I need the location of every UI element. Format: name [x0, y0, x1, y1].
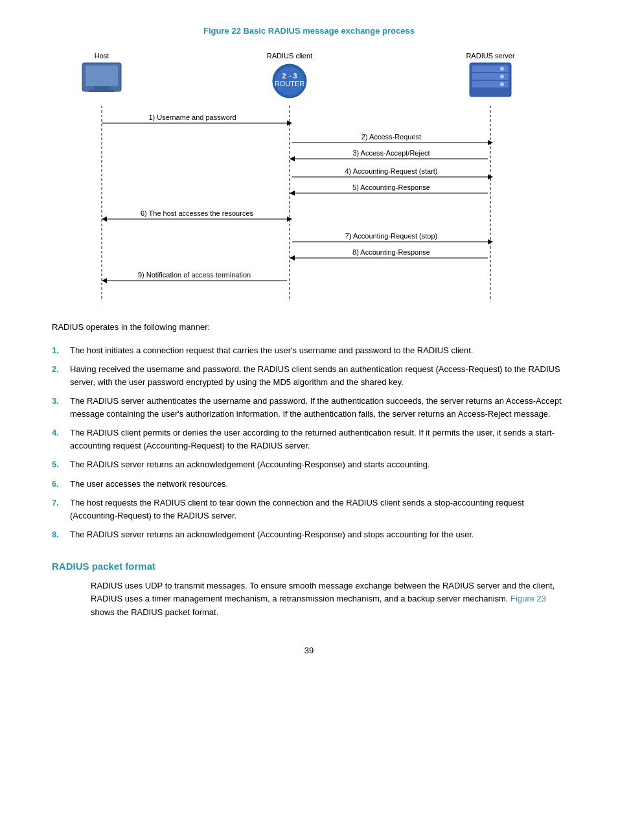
steps-list: 1. The host initiates a connection reque… — [52, 344, 566, 541]
svg-text:RADIUS server: RADIUS server — [466, 52, 515, 60]
svg-rect-6 — [89, 89, 115, 92]
section-body: RADIUS uses UDP to transmit messages. To… — [91, 581, 555, 604]
list-item: 5. The RADIUS server returns an acknowle… — [52, 458, 566, 471]
svg-point-17 — [500, 82, 504, 86]
step-number: 3. — [52, 395, 70, 420]
svg-text:1) Username and password: 1) Username and password — [148, 113, 236, 121]
step-text: The RADIUS server returns an acknowledge… — [70, 458, 566, 471]
svg-point-16 — [500, 75, 504, 78]
list-item: 1. The host initiates a connection reque… — [52, 344, 566, 357]
page-number: 39 — [52, 646, 566, 655]
svg-text:3) Access-Accept/Reject: 3) Access-Accept/Reject — [352, 149, 429, 157]
step-number: 1. — [52, 344, 70, 357]
svg-marker-37 — [102, 216, 107, 222]
step-number: 8. — [52, 528, 70, 541]
svg-marker-47 — [102, 278, 107, 283]
list-item: 3. The RADIUS server authenticates the u… — [52, 395, 566, 420]
step-text: The host requests the RADIUS client to t… — [70, 496, 566, 522]
svg-text:Host: Host — [95, 52, 109, 60]
list-item: 8. The RADIUS server returns an acknowle… — [52, 528, 566, 541]
svg-marker-34 — [290, 191, 295, 196]
svg-text:5) Accounting-Response: 5) Accounting-Response — [352, 183, 430, 191]
svg-rect-4 — [86, 65, 118, 86]
step-number: 6. — [52, 478, 70, 491]
step-text: The RADIUS server returns an acknowledge… — [70, 528, 566, 541]
step-text: Having received the username and passwor… — [70, 363, 566, 388]
section-link[interactable]: Figure 23 — [510, 594, 546, 603]
step-text: The host initiates a connection request … — [70, 344, 566, 357]
svg-point-15 — [500, 67, 504, 71]
intro-text: RADIUS operates in the following manner: — [52, 321, 566, 334]
section-suffix: shows the RADIUS packet format. — [91, 607, 218, 617]
figure-title: Figure 22 Basic RADIUS message exchange … — [52, 26, 566, 36]
section-text: RADIUS uses UDP to transmit messages. To… — [91, 579, 566, 620]
svg-rect-5 — [94, 86, 109, 89]
step-text: The user accesses the network resources. — [70, 478, 566, 491]
svg-marker-44 — [290, 255, 295, 261]
svg-text:9) Notification of access term: 9) Notification of access termination — [138, 271, 251, 279]
list-item: 4. The RADIUS client permits or denies t… — [52, 426, 566, 452]
step-number: 7. — [52, 496, 70, 522]
svg-text:4) Accounting-Request (start): 4) Accounting-Request (start) — [345, 167, 437, 175]
step-text: The RADIUS server authenticates the user… — [70, 395, 566, 420]
list-item: 2. Having received the username and pass… — [52, 363, 566, 388]
svg-text:6) The host accesses the resou: 6) The host accesses the resources — [141, 209, 254, 217]
svg-text:ROUTER: ROUTER — [275, 80, 305, 88]
svg-marker-28 — [290, 156, 295, 161]
svg-text:2) Access-Request: 2) Access-Request — [361, 133, 421, 141]
svg-text:RADIUS client: RADIUS client — [267, 52, 312, 60]
list-item: 7. The host requests the RADIUS client t… — [52, 496, 566, 522]
svg-text:2→3: 2→3 — [282, 72, 297, 80]
svg-text:8) Accounting-Response: 8) Accounting-Response — [352, 248, 430, 256]
list-item: 6. The user accesses the network resourc… — [52, 478, 566, 491]
step-number: 2. — [52, 363, 70, 388]
step-number: 5. — [52, 458, 70, 471]
diagram: Host RADIUS client RADIUS server 2→3 ROU… — [69, 49, 549, 321]
step-text: The RADIUS client permits or denies the … — [70, 426, 566, 452]
step-number: 4. — [52, 426, 70, 452]
section-heading: RADIUS packet format — [52, 561, 566, 572]
svg-text:7) Accounting-Request (stop): 7) Accounting-Request (stop) — [345, 232, 437, 240]
